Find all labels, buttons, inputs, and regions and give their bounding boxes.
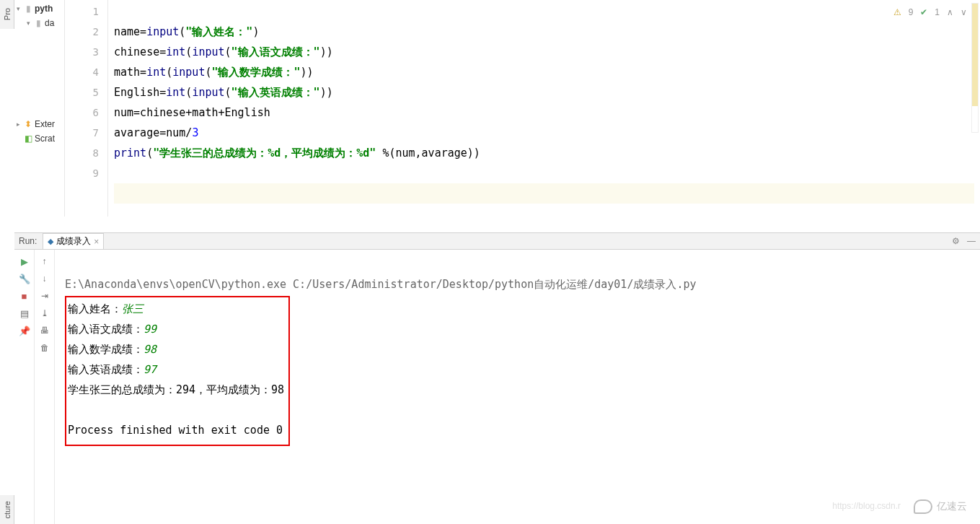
run-toolbar-secondary: ↑ ↓ ⇥ ⤓ 🖶 🗑 [35, 250, 55, 524]
watermark-logo-icon [914, 499, 932, 514]
close-icon[interactable]: × [94, 237, 99, 247]
scratches-icon: ◧ [23, 134, 33, 144]
tree-folder[interactable]: ▾ ▮ da [14, 16, 64, 30]
line-number: 9 [65, 163, 99, 183]
code-line: chinese=int(input("输入语文成绩：")) [114, 45, 333, 58]
scroll-to-end-button[interactable]: ⤓ [37, 306, 52, 320]
run-panel-header: Run: ◆ 成绩录入 × ⚙ — [14, 232, 980, 250]
project-tool-tab[interactable]: Pro [0, 0, 14, 29]
caret-line [114, 183, 974, 204]
line-number: 1 [65, 1, 99, 22]
folder-icon: ▮ [33, 18, 43, 28]
line-number: 3 [65, 42, 99, 62]
tree-scratches-label: Scrat [35, 134, 55, 144]
down-arrow-button[interactable]: ↓ [37, 271, 52, 286]
line-number: 6 [65, 102, 99, 123]
ok-count: 1 [935, 7, 940, 17]
minimize-icon[interactable]: — [967, 236, 976, 246]
line-number: 7 [65, 123, 99, 143]
soft-wrap-button[interactable]: ⇥ [37, 289, 52, 303]
python-icon: ◆ [48, 237, 53, 246]
trash-button[interactable]: 🗑 [37, 341, 52, 355]
code-line: name=input("输入姓名：") [114, 25, 259, 38]
editor-gutter: 1 2 3 4 5 6 7 8 9 [65, 0, 108, 217]
chevron-right-icon: ▸ [14, 121, 22, 128]
run-tab-name: 成绩录入 [56, 235, 91, 248]
line-number: 8 [65, 143, 99, 163]
line-number: 5 [65, 82, 99, 102]
stop-button[interactable]: ■ [17, 289, 32, 303]
console-command: E:\Anaconda\envs\openCV\python.exe C:/Us… [65, 278, 697, 291]
library-icon: ⬍ [23, 119, 33, 129]
code-line: math=int(input("输入数学成绩：")) [114, 66, 314, 79]
project-tab-label: Pro [3, 8, 12, 20]
tree-root-label: pyth [35, 4, 53, 14]
chevron-down-icon: ▾ [25, 19, 32, 27]
check-icon: ✔ [920, 7, 927, 17]
output-highlight: 输入姓名：张三 输入语文成绩：99 输入数学成绩：98 输入英语成绩：97 学生… [65, 296, 290, 446]
tree-folder-label: da [45, 18, 54, 28]
chevron-down-icon: ▾ [14, 5, 22, 12]
inspection-widget[interactable]: ⚠9 ✔1 ∧ ∨ [893, 7, 967, 17]
warning-icon: ⚠ [893, 7, 901, 17]
wrench-button[interactable]: 🔧 [17, 271, 32, 286]
run-label: Run: [19, 236, 37, 246]
folder-icon: ▮ [23, 4, 33, 14]
line-number: 2 [65, 22, 99, 42]
watermark-text: 亿速云 [937, 500, 967, 513]
watermark: 亿速云 [914, 499, 967, 514]
code-area[interactable]: name=input("输入姓名：") chinese=int(input("输… [108, 0, 980, 217]
code-editor[interactable]: 1 2 3 4 5 6 7 8 9 name=input("输入姓名：") ch… [65, 0, 980, 217]
chevron-down-icon[interactable]: ∨ [961, 7, 967, 17]
up-arrow-button[interactable]: ↑ [37, 254, 52, 268]
scrollbar-marker[interactable] [971, 3, 979, 133]
watermark-url: https://blog.csdn.r [832, 501, 901, 511]
layout-button[interactable]: ▤ [17, 306, 32, 320]
run-toolbar-primary: ▶ 🔧 ■ ▤ 📌 [14, 250, 35, 524]
code-line: num=chinese+math+English [114, 106, 270, 119]
chevron-up-icon[interactable]: ∧ [947, 7, 953, 17]
line-number: 4 [65, 62, 99, 82]
code-line: avarage=num/3 [114, 126, 198, 139]
run-console[interactable]: E:\Anaconda\envs\openCV\python.exe C:/Us… [55, 250, 980, 524]
run-config-tab[interactable]: ◆ 成绩录入 × [43, 233, 104, 249]
warning-count: 9 [909, 7, 914, 17]
project-tree[interactable]: ▾ ▮ pyth ▾ ▮ da ▸ ⬍ Exter ◧ Scrat [14, 0, 65, 217]
gear-icon[interactable]: ⚙ [952, 236, 960, 246]
structure-tab-label: cture [3, 501, 12, 518]
print-button[interactable]: 🖶 [37, 323, 52, 338]
console-exit: Process finished with exit code 0 [68, 424, 283, 437]
structure-tool-tab[interactable]: cture [0, 495, 14, 524]
console-result: 学生张三的总成绩为：294，平均成绩为：98 [68, 383, 284, 396]
code-line: English=int(input("输入英语成绩：")) [114, 86, 333, 99]
code-line [114, 167, 120, 180]
tree-external-label: Exter [35, 119, 55, 129]
rerun-button[interactable]: ▶ [17, 254, 32, 268]
tree-root[interactable]: ▾ ▮ pyth [14, 1, 64, 16]
tree-scratches[interactable]: ◧ Scrat [14, 131, 64, 146]
tree-external-libs[interactable]: ▸ ⬍ Exter [14, 117, 64, 131]
code-line: print("学生张三的总成绩为：%d，平均成绩为：%d" %(num,avar… [114, 147, 480, 160]
pin-button[interactable]: 📌 [17, 323, 32, 338]
